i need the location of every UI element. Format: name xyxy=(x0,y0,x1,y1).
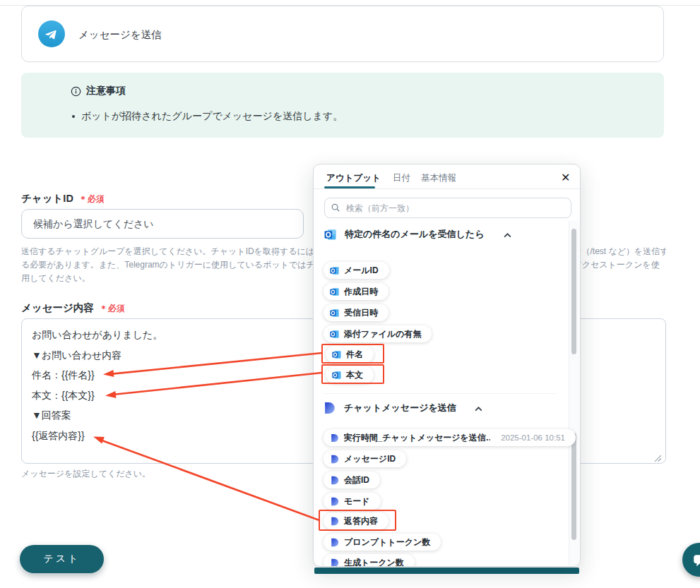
tabs-divider xyxy=(314,188,580,189)
pill-label: 会話ID xyxy=(344,474,369,486)
notice-title-row: 注意事項 xyxy=(71,85,126,97)
notice-item-text: ボットが招待されたグループでメッセージを送信します。 xyxy=(81,110,343,123)
notice-title: 注意事項 xyxy=(86,85,126,97)
output-variable-popup: アウトプット 日付 基本情報 ✕ 特定の件名のメールを受信したら メールID xyxy=(313,164,581,567)
pill-label: プロンプトトークン数 xyxy=(344,536,430,548)
dify-icon xyxy=(330,558,339,568)
info-icon xyxy=(71,86,81,97)
action-title: メッセージを送信 xyxy=(78,28,162,42)
dify-icon xyxy=(323,402,336,414)
tab-date[interactable]: 日付 xyxy=(393,172,410,184)
tab-output[interactable]: アウトプット xyxy=(326,172,381,184)
variable-search-input[interactable] xyxy=(324,198,571,218)
pill-label: 実行時間_チャットメッセージを送信… xyxy=(344,432,491,444)
section-title: チャットメッセージを送信 xyxy=(344,402,456,414)
output-pill-prompt-tokens[interactable]: プロンプトトークン数 xyxy=(324,534,441,551)
test-button[interactable]: テスト xyxy=(20,545,104,573)
required-badge: ＊必須 xyxy=(100,303,125,315)
pill-label: メッセージID xyxy=(344,453,396,465)
outlook-icon xyxy=(330,287,339,296)
outlook-icon xyxy=(332,371,341,380)
dify-icon xyxy=(330,517,339,526)
chevron-up-icon[interactable] xyxy=(504,229,511,240)
output-pill-body[interactable]: 本文 xyxy=(326,366,374,383)
message-label-row: メッセージ内容 ＊必須 xyxy=(21,301,125,315)
output-pill-received-at[interactable]: 受信日時 xyxy=(324,304,388,321)
notice-item: ボットが招待されたグループでメッセージを送信します。 xyxy=(72,110,343,123)
bullet-icon xyxy=(72,115,75,118)
pill-label: 作成日時 xyxy=(344,286,378,298)
dify-icon xyxy=(330,476,339,485)
search-icon xyxy=(331,203,340,215)
pill-label: メールID xyxy=(344,265,379,277)
tab-basic-info[interactable]: 基本情報 xyxy=(421,172,456,184)
pill-label: 生成トークン数 xyxy=(344,557,404,568)
pill-label: モード xyxy=(344,496,370,508)
chevron-up-icon[interactable] xyxy=(475,403,482,414)
pill-label: 返答内容 xyxy=(344,515,378,527)
chat-id-input[interactable] xyxy=(21,209,304,239)
dify-icon xyxy=(330,538,339,547)
message-label: メッセージ内容 xyxy=(21,301,94,315)
outlook-icon xyxy=(330,330,339,339)
section-header-chat-message[interactable]: チャットメッセージを送信 xyxy=(323,402,482,414)
chat-bubble-icon xyxy=(692,552,700,568)
outlook-icon xyxy=(324,229,336,241)
section-header-mail-trigger[interactable]: 特定の件名のメールを受信したら xyxy=(324,228,511,241)
dify-icon xyxy=(330,433,339,443)
pill-label: 受信日時 xyxy=(344,307,378,319)
output-pill-generated-tokens[interactable]: 生成トークン数 xyxy=(324,554,415,567)
pill-value: 2025-01-06 10:51 xyxy=(501,433,565,442)
telegram-icon xyxy=(38,20,65,47)
dify-icon xyxy=(330,455,339,464)
notice-box: 注意事項 ボットが招待されたグループでメッセージを送信します。 xyxy=(21,73,664,138)
resize-handle-icon[interactable] xyxy=(654,452,662,465)
close-icon[interactable]: ✕ xyxy=(561,171,570,184)
output-pill-message-id[interactable]: メッセージID xyxy=(324,450,406,467)
output-pill-exec-time[interactable]: 実行時間_チャットメッセージを送信… 2025-01-06 10:51 xyxy=(324,429,576,446)
action-settings-page: メッセージを送信 注意事項 ボットが招待されたグループでメッセージを送信します。… xyxy=(0,0,700,588)
section-title: 特定の件名のメールを受信したら xyxy=(345,228,484,241)
output-pill-conversation-id[interactable]: 会話ID xyxy=(324,472,380,488)
action-header-card: メッセージを送信 xyxy=(21,6,664,62)
output-pill-mail-id[interactable]: メールID xyxy=(324,262,389,279)
pill-label: 添付ファイルの有無 xyxy=(344,328,421,340)
popup-scrollbar-thumb[interactable] xyxy=(571,229,576,354)
chat-id-label: チャットID xyxy=(21,192,73,205)
popup-scrollbar-thumb[interactable] xyxy=(571,433,576,540)
output-pill-has-attachment[interactable]: 添付ファイルの有無 xyxy=(324,325,432,342)
section-divider xyxy=(324,393,557,394)
message-help: メッセージを設定してください。 xyxy=(21,468,150,480)
output-pill-subject[interactable]: 件名 xyxy=(326,346,374,363)
chat-id-label-row: チャットID ＊必須 xyxy=(21,192,105,205)
dify-icon xyxy=(330,497,339,506)
outlook-icon xyxy=(330,308,339,318)
output-pill-reply-content[interactable]: 返答内容 xyxy=(324,512,388,529)
output-pill-created-at[interactable]: 作成日時 xyxy=(324,283,388,300)
outlook-icon xyxy=(330,266,339,275)
outlook-icon xyxy=(332,350,341,359)
save-button-partial[interactable] xyxy=(314,568,579,574)
pill-label: 件名 xyxy=(346,349,363,361)
support-chat-button[interactable] xyxy=(682,543,700,577)
required-badge: ＊必須 xyxy=(79,193,105,205)
pill-label: 本文 xyxy=(346,369,363,381)
output-pill-mode[interactable]: モード xyxy=(324,493,381,510)
